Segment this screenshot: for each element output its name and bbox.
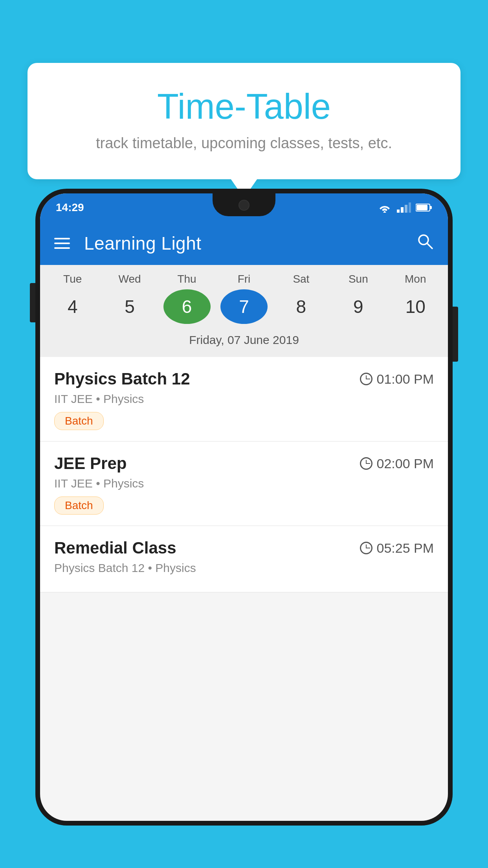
clock-icon-1: [360, 373, 372, 385]
svg-rect-2: [405, 205, 407, 213]
day-5[interactable]: 5: [106, 289, 153, 324]
day-header-mon: Mon: [392, 273, 439, 285]
schedule-time-text-1: 01:00 PM: [376, 371, 434, 387]
status-time: 14:29: [56, 201, 84, 214]
phone-button-left: [30, 283, 35, 322]
svg-rect-6: [416, 205, 427, 210]
clock-icon-2: [360, 457, 372, 470]
day-8[interactable]: 8: [277, 289, 325, 324]
day-7-selected[interactable]: 7: [220, 289, 268, 324]
schedule-subject-2: IIT JEE • Physics: [54, 477, 434, 490]
phone-notch: [213, 193, 275, 216]
batch-badge-1: Batch: [54, 412, 104, 430]
phone-camera: [238, 200, 250, 211]
bubble-subtitle: track timetable, upcoming classes, tests…: [43, 135, 445, 152]
schedule-item-1[interactable]: Physics Batch 12 01:00 PM IIT JEE • Phys…: [40, 357, 448, 441]
day-numbers: 4 5 6 7 8 9 10: [40, 289, 448, 330]
schedule-name-3: Remedial Class: [54, 539, 176, 557]
phone-outer: 14:29: [35, 189, 453, 826]
schedule-list: Physics Batch 12 01:00 PM IIT JEE • Phys…: [40, 357, 448, 592]
schedule-time-3: 05:25 PM: [360, 541, 434, 556]
schedule-name-1: Physics Batch 12: [54, 370, 190, 388]
hamburger-line-3: [54, 247, 70, 249]
day-header-wed: Wed: [106, 273, 153, 285]
phone-mockup: 14:29: [35, 189, 453, 868]
wifi-icon: [377, 202, 392, 213]
search-icon[interactable]: [416, 233, 434, 254]
svg-rect-1: [401, 207, 404, 213]
signal-icon: [397, 202, 411, 213]
day-header-tue: Tue: [49, 273, 96, 285]
day-10[interactable]: 10: [392, 289, 439, 324]
selected-date: Friday, 07 June 2019: [40, 330, 448, 353]
app-bar: Learning Light: [40, 222, 448, 265]
hamburger-line-1: [54, 238, 70, 239]
schedule-item-2[interactable]: JEE Prep 02:00 PM IIT JEE • Physics Batc…: [40, 441, 448, 526]
schedule-item-3-header: Remedial Class 05:25 PM: [54, 539, 434, 557]
schedule-subject-1: IIT JEE • Physics: [54, 392, 434, 406]
day-6-today[interactable]: 6: [163, 289, 211, 324]
day-header-sat: Sat: [277, 273, 325, 285]
schedule-subject-3: Physics Batch 12 • Physics: [54, 561, 434, 575]
intro-card: Time-Table track timetable, upcoming cla…: [28, 63, 460, 179]
svg-line-8: [427, 243, 432, 248]
phone-screen: 14:29: [40, 193, 448, 821]
speech-bubble: Time-Table track timetable, upcoming cla…: [28, 63, 460, 179]
day-9[interactable]: 9: [335, 289, 382, 324]
schedule-item-3[interactable]: Remedial Class 05:25 PM Physics Batch 12…: [40, 526, 448, 592]
schedule-name-2: JEE Prep: [54, 454, 127, 473]
day-header-sun: Sun: [335, 273, 382, 285]
hamburger-menu-icon[interactable]: [54, 238, 70, 249]
schedule-time-text-3: 05:25 PM: [376, 541, 434, 556]
schedule-time-text-2: 02:00 PM: [376, 456, 434, 471]
schedule-item-1-header: Physics Batch 12 01:00 PM: [54, 370, 434, 388]
day-header-fri: Fri: [220, 273, 268, 285]
battery-icon: [416, 203, 432, 212]
schedule-time-2: 02:00 PM: [360, 456, 434, 471]
day-headers: Tue Wed Thu Fri Sat Sun Mon: [40, 273, 448, 289]
svg-rect-5: [430, 206, 432, 209]
bubble-title: Time-Table: [43, 86, 445, 127]
day-header-thu: Thu: [163, 273, 211, 285]
phone-button-right: [453, 307, 458, 362]
svg-rect-0: [397, 210, 400, 213]
status-icons: [377, 202, 432, 213]
day-4[interactable]: 4: [49, 289, 96, 324]
app-title: Learning Light: [84, 233, 416, 254]
batch-badge-2: Batch: [54, 497, 104, 515]
svg-rect-3: [409, 202, 411, 213]
calendar-strip: Tue Wed Thu Fri Sat Sun Mon 4 5 6 7 8 9 …: [40, 265, 448, 357]
schedule-time-1: 01:00 PM: [360, 371, 434, 387]
hamburger-line-2: [54, 243, 70, 244]
schedule-item-2-header: JEE Prep 02:00 PM: [54, 454, 434, 473]
clock-icon-3: [360, 542, 372, 554]
